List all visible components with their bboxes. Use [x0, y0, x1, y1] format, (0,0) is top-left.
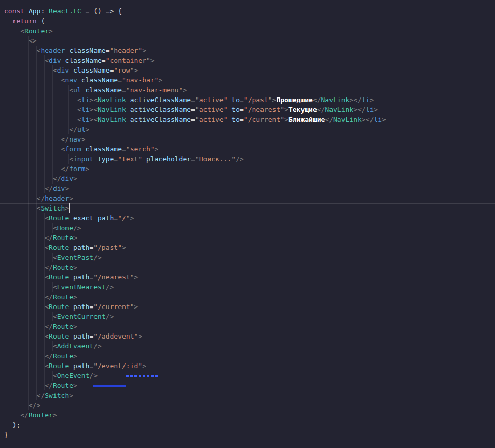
code-token: div — [61, 175, 73, 183]
code-line[interactable]: <AddEvaent/> — [0, 341, 495, 351]
code-token: to — [231, 96, 240, 104]
code-line[interactable]: <Router> — [0, 26, 495, 36]
code-token: < — [77, 106, 81, 114]
code-line[interactable]: <Route path="/past"> — [0, 243, 495, 253]
code-line[interactable]: </Route> — [0, 262, 495, 272]
code-line[interactable]: <EventPast/> — [0, 253, 495, 262]
code-token: Route — [49, 214, 69, 222]
code-token — [126, 116, 130, 123]
code-line[interactable]: </header> — [0, 193, 495, 203]
code-line[interactable]: <ul className="nav-bar-menu"> — [0, 85, 495, 95]
code-line[interactable]: </Switch> — [0, 390, 495, 400]
code-line[interactable]: <div className="row"> — [0, 65, 495, 75]
code-token: "serch" — [126, 145, 155, 153]
code-token: < — [53, 254, 57, 261]
code-token: > — [134, 273, 138, 281]
code-line[interactable]: <EventCurrent/> — [0, 312, 495, 321]
code-token: ></ — [349, 96, 361, 104]
code-line[interactable]: <Route path="/nearest"> — [0, 272, 495, 282]
code-line[interactable]: <li><NavLink activeClassName="active" to… — [0, 115, 495, 124]
code-line[interactable]: </ul> — [0, 124, 495, 134]
code-token — [81, 145, 86, 153]
code-token: < — [45, 214, 49, 222]
indent-guides — [4, 312, 53, 321]
code-line[interactable]: <Switch> — [0, 203, 495, 213]
code-token: className — [69, 47, 105, 54]
code-token: </ — [313, 96, 321, 104]
code-line[interactable]: </Route> — [0, 233, 495, 243]
code-line[interactable]: </Route> — [0, 381, 495, 390]
indent-guides — [4, 154, 69, 164]
code-token: /> — [106, 283, 114, 291]
code-token: = — [118, 76, 122, 84]
code-line[interactable]: <Route exact path="/"> — [0, 213, 495, 223]
code-token: < — [53, 283, 57, 291]
code-token: "/event/:id" — [93, 362, 142, 370]
indent-guides — [4, 253, 53, 262]
indent-guides — [4, 16, 12, 26]
indent-guides — [4, 331, 45, 341]
code-token: < — [45, 303, 49, 311]
code-token: </ — [37, 391, 45, 399]
code-line[interactable]: </Route> — [0, 292, 495, 302]
code-line[interactable]: } — [0, 430, 495, 440]
code-line[interactable]: <Route path="/current"> — [0, 302, 495, 312]
code-token: > — [73, 352, 77, 360]
code-line[interactable]: </Route> — [0, 351, 495, 361]
code-line[interactable]: <nav className="nav-bar"> — [0, 75, 495, 85]
code-token: return — [12, 17, 37, 25]
code-token: const — [4, 7, 24, 15]
code-line[interactable]: <EventNearest/> — [0, 282, 495, 292]
code-line[interactable]: </Route> — [0, 321, 495, 331]
code-line[interactable]: <Home/> — [0, 223, 495, 233]
code-token: < — [53, 224, 57, 232]
code-line[interactable]: <form className="serch"> — [0, 144, 495, 154]
code-token — [69, 66, 73, 74]
code-token: AddEvaent — [57, 342, 93, 350]
code-token: < — [45, 332, 49, 340]
code-line[interactable]: </form> — [0, 164, 495, 174]
code-line[interactable]: <OneEvent/> — [0, 371, 495, 381]
code-token: "row" — [114, 66, 134, 74]
code-token: NavLink — [98, 106, 126, 114]
code-token: > — [53, 411, 57, 419]
code-token: Route — [49, 303, 69, 311]
code-line[interactable]: <div className="container"> — [0, 55, 495, 65]
code-line[interactable]: </div> — [0, 174, 495, 184]
code-token: > — [142, 362, 146, 370]
indent-guides — [4, 164, 61, 174]
indent-guides — [4, 371, 53, 381]
code-line[interactable]: ); — [0, 420, 495, 430]
code-token: className — [86, 145, 122, 153]
code-line[interactable]: return ( — [0, 16, 495, 26]
code-token: /> — [236, 155, 244, 163]
code-line[interactable]: <li><NavLink activeClassName="active" to… — [0, 95, 495, 105]
code-token: /> — [73, 224, 81, 232]
code-token: = — [240, 116, 244, 123]
code-token: "active" — [195, 96, 228, 104]
code-editor[interactable]: const App: React.FC = () => {return (<Ro… — [0, 0, 495, 448]
code-token: header — [45, 194, 69, 202]
code-line[interactable]: </nav> — [0, 134, 495, 144]
code-line[interactable]: <li><NavLink activeClassName="active" to… — [0, 105, 495, 115]
code-token: "nav-bar-menu" — [126, 86, 183, 94]
code-token: < — [53, 342, 57, 350]
code-token: path — [98, 214, 114, 222]
code-line[interactable]: <> — [0, 36, 495, 46]
code-token: div — [53, 185, 65, 192]
code-token: div — [57, 66, 69, 74]
code-line[interactable]: <Route path="/event/:id"> — [0, 361, 495, 371]
code-token — [69, 273, 73, 281]
code-line[interactable]: </Router> — [0, 410, 495, 420]
code-token — [77, 76, 81, 84]
code-token: li — [366, 106, 374, 114]
code-line[interactable]: </> — [0, 400, 495, 410]
code-line[interactable]: <input type="text" placeholder="Поиск...… — [0, 154, 495, 164]
code-line[interactable]: <header className="header"> — [0, 46, 495, 55]
code-token: > — [155, 145, 159, 153]
code-line[interactable]: <Route path="/addevent"> — [0, 331, 495, 341]
code-line[interactable]: </div> — [0, 184, 495, 193]
code-token: < — [53, 66, 57, 74]
code-token: "/" — [118, 214, 130, 222]
code-line[interactable]: const App: React.FC = () => { — [0, 6, 495, 16]
